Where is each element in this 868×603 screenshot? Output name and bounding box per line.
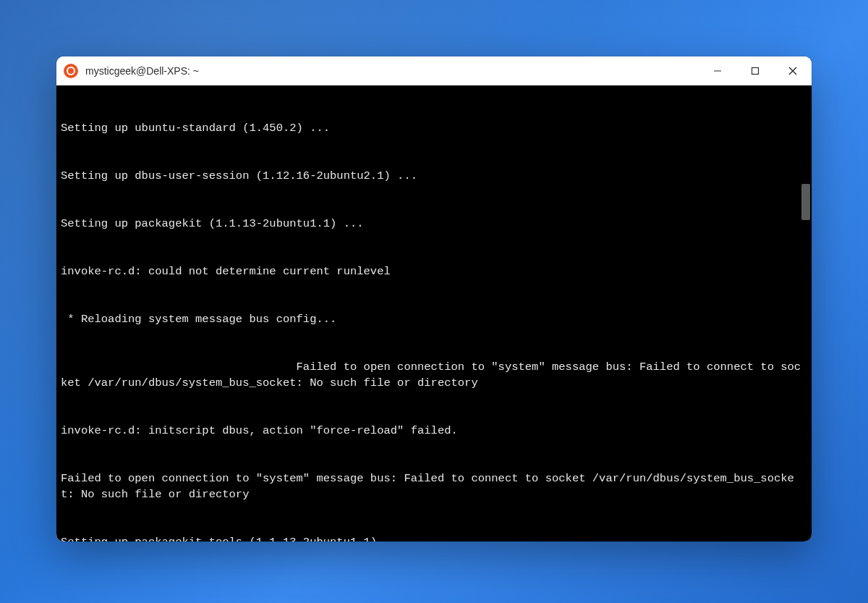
terminal-output: Setting up ubuntu-standard (1.450.2) ...…	[61, 88, 807, 541]
window-title: mysticgeek@Dell-XPS: ~	[85, 65, 699, 77]
maximize-button[interactable]	[736, 56, 774, 85]
close-button[interactable]	[774, 56, 812, 85]
terminal-line: invoke-rc.d: initscript dbus, action "fo…	[61, 423, 807, 439]
window-controls	[699, 56, 812, 85]
svg-rect-1	[752, 68, 759, 75]
terminal-line: Setting up packagekit-tools (1.1.13-2ubu…	[61, 534, 807, 541]
scrollbar-thumb[interactable]	[801, 184, 810, 220]
terminal-body[interactable]: Setting up ubuntu-standard (1.450.2) ...…	[56, 85, 812, 541]
terminal-line: Setting up dbus-user-session (1.12.16-2u…	[61, 168, 807, 184]
scrollbar-track[interactable]	[800, 85, 810, 541]
terminal-line: invoke-rc.d: could not determine current…	[61, 263, 807, 279]
terminal-line: * Reloading system message bus config...	[61, 311, 807, 327]
terminal-line: Setting up ubuntu-standard (1.450.2) ...	[61, 120, 807, 136]
terminal-line: Setting up packagekit (1.1.13-2ubuntu1.1…	[61, 216, 807, 232]
terminal-line: Failed to open connection to "system" me…	[61, 471, 807, 502]
terminal-window: mysticgeek@Dell-XPS: ~ Setting up ubuntu…	[56, 56, 812, 541]
ubuntu-icon	[64, 64, 78, 78]
terminal-line: Failed to open connection to "system" me…	[61, 359, 807, 391]
minimize-button[interactable]	[699, 56, 736, 85]
window-titlebar[interactable]: mysticgeek@Dell-XPS: ~	[56, 56, 812, 85]
